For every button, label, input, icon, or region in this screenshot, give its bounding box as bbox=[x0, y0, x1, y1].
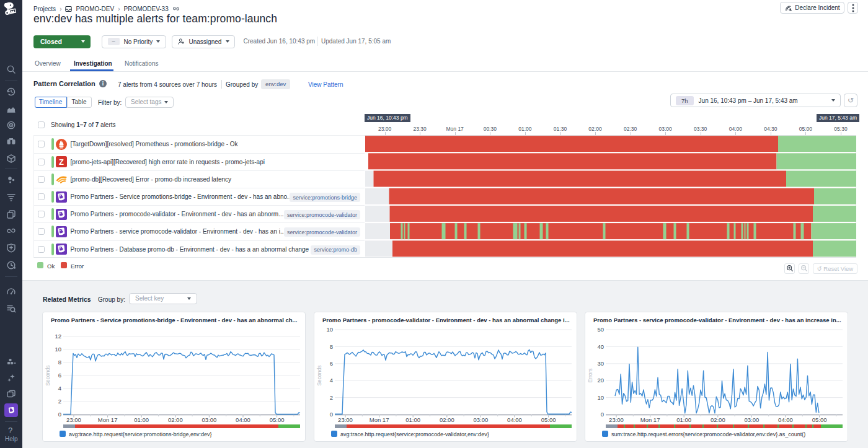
svg-text:6: 6 bbox=[58, 372, 61, 379]
svg-text:2: 2 bbox=[58, 398, 61, 405]
svg-text:Errors: Errors bbox=[587, 368, 593, 382]
svg-text:0: 0 bbox=[330, 411, 333, 418]
svg-text:sum:trace.http.request.errors{: sum:trace.http.request.errors{service:pr… bbox=[611, 431, 805, 437]
svg-text:10: 10 bbox=[55, 346, 61, 353]
svg-text:0: 0 bbox=[58, 411, 61, 418]
svg-text:10: 10 bbox=[326, 326, 333, 333]
svg-text:4: 4 bbox=[58, 385, 61, 392]
svg-text:Seconds: Seconds bbox=[45, 365, 51, 385]
svg-text:20: 20 bbox=[597, 377, 604, 384]
svg-text:avg:trace.http.request{service: avg:trace.http.request{service:promocode… bbox=[340, 431, 489, 437]
svg-text:10: 10 bbox=[597, 394, 604, 401]
svg-text:40: 40 bbox=[597, 343, 604, 350]
svg-text:0: 0 bbox=[601, 411, 604, 418]
svg-text:50: 50 bbox=[597, 326, 604, 333]
svg-text:4: 4 bbox=[330, 377, 333, 384]
svg-text:8: 8 bbox=[330, 343, 333, 350]
svg-text:Seconds: Seconds bbox=[316, 365, 322, 385]
svg-text:8: 8 bbox=[58, 359, 61, 366]
svg-text:avg:trace.http.request{service: avg:trace.http.request{service:promotion… bbox=[69, 431, 212, 437]
svg-text:Z: Z bbox=[59, 157, 64, 167]
svg-text:2: 2 bbox=[330, 394, 333, 401]
svg-text:12: 12 bbox=[55, 333, 61, 340]
svg-text:30: 30 bbox=[597, 360, 604, 367]
svg-text:6: 6 bbox=[330, 360, 333, 367]
